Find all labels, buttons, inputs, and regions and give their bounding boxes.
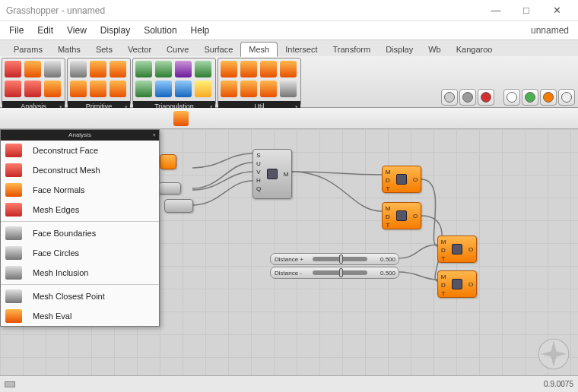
component-out-2[interactable]: MDT O [382,202,421,229]
cat-kangaroo[interactable]: Kangaroo [449,43,500,56]
sphere-icon [462,92,473,103]
ribbon-icon[interactable] [195,81,211,97]
display-mode-buttons [441,88,575,106]
ribbon-icon[interactable] [44,81,61,97]
ribbon-icon[interactable] [221,81,237,97]
close-button[interactable]: ✕ [541,0,572,21]
component-hidden-2[interactable] [158,182,181,194]
menu-view[interactable]: View [67,25,87,36]
maximize-button[interactable]: □ [511,0,541,21]
panel-analysis: Analysis [2,58,65,106]
ribbon-icon[interactable] [260,61,277,77]
menu-item-label: Face Boundaries [33,229,96,238]
ribbon-icon[interactable] [135,81,152,97]
ribbon-icon[interactable] [155,81,172,97]
sketch-icon[interactable] [173,111,189,126]
menu-item-face-circles[interactable]: Face Circles [1,243,159,263]
menu-item-deconstruct-mesh[interactable]: Deconstruct Mesh [1,160,159,180]
slider-distance-plus[interactable]: Distance +0.500 [270,253,399,265]
window-titlebar: Grasshopper - unnamed — □ ✕ [0,0,578,21]
ribbon-icon[interactable] [155,61,172,77]
component-hidden-1[interactable] [160,154,176,169]
menu-item-label: Mesh Inclusion [33,268,88,277]
component-out-4[interactable]: MDT O [437,270,477,298]
status-bar: 0.9.0075 [0,375,578,392]
ribbon-icon[interactable] [5,81,21,97]
menu-help[interactable]: Help [191,25,210,36]
cat-maths[interactable]: Maths [50,43,88,56]
display-mode-2[interactable] [478,89,494,106]
display-mode-0[interactable] [441,89,458,106]
menu-item-mesh-eval[interactable]: Mesh Eval [1,306,159,326]
cat-sets[interactable]: Sets [88,43,120,56]
cat-intersect[interactable]: Intersect [278,43,325,56]
panel-triangulation: Triangulation [132,58,216,106]
component-inputs: SUVHQ [253,150,264,198]
component-hidden-3[interactable] [164,199,193,213]
component-out-1[interactable]: MDT O [382,166,421,193]
menu-item-icon [5,203,22,217]
display-mode-6[interactable] [558,89,575,106]
sphere-icon [543,92,554,103]
cat-wb[interactable]: Wb [421,43,449,56]
compass-icon[interactable] [537,337,570,371]
sphere-icon [444,92,455,103]
status-handle-icon [5,381,15,387]
menu-item-icon [5,183,22,197]
sphere-icon [561,92,572,103]
minimize-button[interactable]: — [481,0,511,21]
menu-solution[interactable]: Solution [144,25,176,36]
ribbon-icon[interactable] [5,61,21,77]
ribbon-icon[interactable] [24,61,41,77]
menu-item-face-normals[interactable]: Face Normals [1,180,159,200]
ribbon-icon[interactable] [44,61,61,77]
ribbon-icon[interactable] [24,81,41,97]
cat-surface[interactable]: Surface [196,43,240,56]
ribbon-icon[interactable] [110,81,126,97]
ribbon-icon[interactable] [280,61,297,77]
ribbon-icon[interactable] [240,81,257,97]
cat-mesh[interactable]: Mesh [240,42,278,57]
cat-curve[interactable]: Curve [159,43,196,56]
ribbon-icon[interactable] [70,61,87,77]
ribbon-icon[interactable] [260,81,277,97]
cat-display[interactable]: Display [378,43,421,56]
menu-item-mesh-inclusion[interactable]: Mesh Inclusion [1,263,159,283]
display-mode-5[interactable] [540,89,557,106]
display-mode-3[interactable] [503,89,520,106]
ribbon-icon[interactable] [221,61,237,77]
ribbon-icon[interactable] [280,81,297,97]
menu-file[interactable]: File [9,25,24,36]
ribbon-icon[interactable] [90,61,106,77]
ribbon-icon[interactable] [90,81,106,97]
menu-display[interactable]: Display [100,25,130,36]
cat-transform[interactable]: Transform [325,43,378,56]
menu-item-label: Mesh Edges [33,205,79,214]
ribbon-icon[interactable] [110,61,126,77]
menu-bar: File Edit View Display Solution Help unn… [0,21,578,40]
menu-item-icon [5,144,22,157]
display-mode-4[interactable] [522,89,538,106]
cat-vector[interactable]: Vector [120,43,159,56]
ribbon-icon[interactable] [135,61,152,77]
menu-item-mesh-closest-point[interactable]: Mesh Closest Point [1,286,159,306]
ribbon-icon[interactable] [175,81,192,97]
analysis-dropdown: Analysis Deconstruct FaceDeconstruct Mes… [0,129,160,327]
component-main[interactable]: SUVHQ M [252,149,292,199]
cat-params[interactable]: Params [6,43,50,56]
ribbon-icon[interactable] [175,61,192,77]
canvas[interactable]: Analysis Deconstruct FaceDeconstruct Mes… [0,129,578,375]
menu-item-icon [5,246,22,260]
slider-distance-minus[interactable]: Distance -0.500 [270,267,399,279]
menu-item-deconstruct-face[interactable]: Deconstruct Face [1,141,159,160]
ribbon-icon[interactable] [195,61,211,77]
menu-item-mesh-edges[interactable]: Mesh Edges [1,200,159,220]
display-mode-1[interactable] [459,89,476,106]
component-out-3[interactable]: MDT O [437,236,477,263]
panel-util: Util [218,58,301,106]
menu-item-face-boundaries[interactable]: Face Boundaries [1,223,159,243]
ribbon-icon[interactable] [240,61,257,77]
menu-item-icon [5,266,22,280]
ribbon-icon[interactable] [70,81,87,97]
menu-edit[interactable]: Edit [37,25,53,36]
